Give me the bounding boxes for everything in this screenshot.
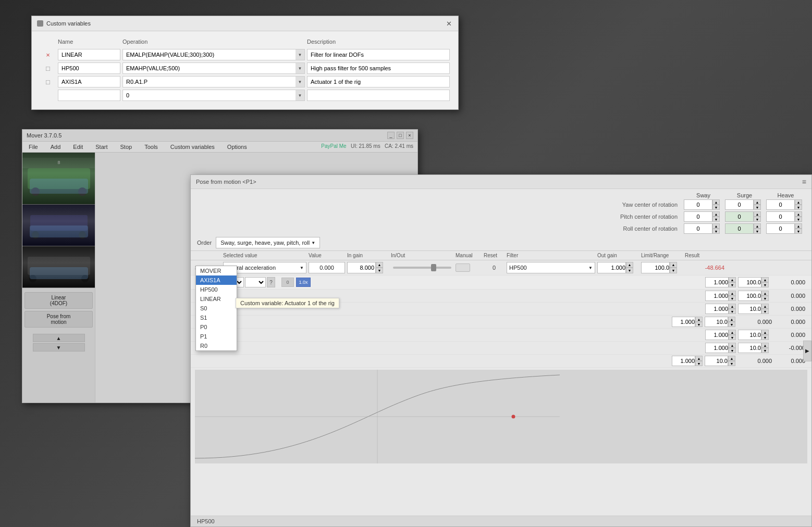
sway-slider-track[interactable] [393,267,451,269]
sec-row-4-og-up[interactable]: ▲ [729,304,736,309]
cv-desc-input-hp500[interactable] [307,62,450,74]
nav-down-btn[interactable]: ▼ [33,343,85,352]
node-pose-from-motion[interactable]: Pose frommotion [24,311,93,328]
mover-restore-btn[interactable]: □ [397,132,404,139]
menu-custom-variables[interactable]: Custom variables [168,143,217,150]
menu-add[interactable]: Add [48,143,63,150]
hp500-limit-up[interactable]: ▲ [761,277,769,282]
sec-row-6-lr-down[interactable]: ▼ [761,335,769,340]
sec-row-3-lr-input[interactable] [738,291,761,301]
menu-start[interactable]: Start [93,143,109,150]
cv-operation-arrow-hp500[interactable]: ▼ [296,62,305,74]
hp500-question-btn[interactable]: ? [267,277,275,287]
cv-operation-input-empty[interactable] [122,90,305,101]
sec-row-4-lr-input[interactable] [738,304,761,314]
cv-operation-input-hp500[interactable] [122,62,305,74]
sec-row-5-og-input[interactable] [672,317,695,327]
sec-row-5-og-up[interactable]: ▲ [695,317,703,322]
rot-yaw-heave-input[interactable] [766,199,795,210]
sec-row-6-og-input[interactable] [705,330,729,340]
sec-row-7-og-input[interactable] [705,343,729,353]
sec-row-8-og-input[interactable] [672,356,695,366]
mover-close-btn[interactable]: × [406,132,413,139]
dropdown-item-s1[interactable]: S1 [196,313,237,322]
paypal-link[interactable]: PayPal Me [321,143,346,149]
sec-row-3-lr-down[interactable]: ▼ [761,296,769,301]
cv-name-input-linear[interactable] [58,49,120,60]
sec-row-3-og-down[interactable]: ▼ [729,296,736,301]
sway-out-gain-up[interactable]: ▲ [626,262,633,268]
sway-limit-up[interactable]: ▲ [670,262,677,268]
dropdown-item-p1[interactable]: P1 [196,332,237,341]
rot-pitch-heave-down[interactable]: ▼ [795,217,802,222]
sec-row-7-lr-down[interactable]: ▼ [761,348,769,353]
rot-pitch-sway-input[interactable] [684,211,712,222]
rot-roll-sway-up[interactable]: ▲ [712,223,720,229]
sway-manual-box[interactable] [456,264,470,272]
rot-roll-sway-down[interactable]: ▼ [712,229,720,234]
rot-yaw-surge-up[interactable]: ▲ [754,199,761,205]
rot-yaw-sway-input[interactable] [684,199,712,210]
sec-row-8-og-up[interactable]: ▲ [695,356,703,361]
hp500-limit-input[interactable] [738,277,761,287]
dropdown-item-axis1a[interactable]: AXIS1A [196,275,237,285]
sec-row-8-lr-input[interactable] [705,356,728,366]
rot-roll-heave-input[interactable] [766,223,795,234]
rot-yaw-surge-down[interactable]: ▼ [754,205,761,210]
sec-row-5-lr-down[interactable]: ▼ [728,322,735,327]
dropdown-item-hp500[interactable]: HP500 [196,285,237,294]
rot-roll-surge-input[interactable] [725,223,754,234]
rot-yaw-heave-down[interactable]: ▼ [795,205,802,210]
rot-roll-sway-input[interactable] [684,223,712,234]
sway-out-gain-down[interactable]: ▼ [626,268,633,273]
rot-roll-surge-down[interactable]: ▼ [754,229,761,234]
sec-row-6-og-up[interactable]: ▲ [729,330,736,335]
scroll-right-btn[interactable]: ▶ [803,341,811,361]
sec-row-6-lr-up[interactable]: ▲ [761,330,769,335]
mover-minimize-btn[interactable]: _ [387,132,395,139]
hp500-out-gain-input[interactable] [705,277,729,287]
hp500-toggle-0[interactable]: 0 [281,278,294,287]
node-linear[interactable]: Linear(4DOF) [24,292,93,309]
cv-operation-input-linear[interactable] [122,49,305,60]
sec-row-3-og-up[interactable]: ▲ [729,291,736,296]
sec-row-8-lr-down[interactable]: ▼ [728,361,735,366]
menu-tools[interactable]: Tools [142,143,160,150]
sway-filter-dropdown[interactable]: HP500 ▼ [507,262,595,273]
rot-pitch-sway-down[interactable]: ▼ [712,217,720,222]
rot-pitch-sway-up[interactable]: ▲ [712,211,720,217]
hp500-sub-select-2[interactable] [245,277,266,287]
sec-row-3-og-input[interactable] [705,291,729,301]
sec-row-8-og-down[interactable]: ▼ [695,361,703,366]
order-dropdown[interactable]: Sway, surge, heave, yaw, pitch, roll ▼ [216,237,320,248]
cv-desc-input-empty[interactable] [307,90,450,101]
rot-yaw-sway-down[interactable]: ▼ [712,205,720,210]
sway-in-gain-input[interactable] [347,262,376,273]
pose-menu-icon[interactable]: ≡ [802,178,806,186]
menu-file[interactable]: File [27,143,40,150]
menu-edit[interactable]: Edit [71,143,85,150]
cv-operation-arrow-axis1a[interactable]: ▼ [296,76,305,87]
cv-operation-arrow-linear[interactable]: ▼ [296,49,305,60]
sec-row-4-og-down[interactable]: ▼ [729,309,736,314]
rot-roll-heave-down[interactable]: ▼ [795,229,802,234]
cv-operation-arrow-empty[interactable]: ▼ [296,90,305,101]
cv-operation-input-axis1a[interactable] [122,76,305,87]
hp500-limit-down[interactable]: ▼ [761,282,769,287]
sec-row-3-lr-up[interactable]: ▲ [761,291,769,296]
sec-row-6-og-down[interactable]: ▼ [729,335,736,340]
dropdown-item-r0[interactable]: R0 [196,341,237,350]
sway-slider-thumb[interactable] [431,264,436,271]
dropdown-item-linear[interactable]: LINEAR [196,294,237,304]
sec-row-5-lr-input[interactable] [705,317,728,327]
sec-row-7-lr-up[interactable]: ▲ [761,343,769,348]
sway-limit-input[interactable] [641,262,670,273]
hp500-out-gain-up[interactable]: ▲ [729,277,736,282]
sway-out-gain-input[interactable] [597,262,626,273]
dropdown-item-s0[interactable]: S0 [196,304,237,313]
sec-row-4-lr-down[interactable]: ▼ [761,309,769,314]
menu-stop[interactable]: Stop [118,143,134,150]
cv-desc-input-linear[interactable] [307,49,450,60]
sway-in-gain-up[interactable]: ▲ [376,262,383,268]
close-button[interactable]: ✕ [445,19,453,28]
